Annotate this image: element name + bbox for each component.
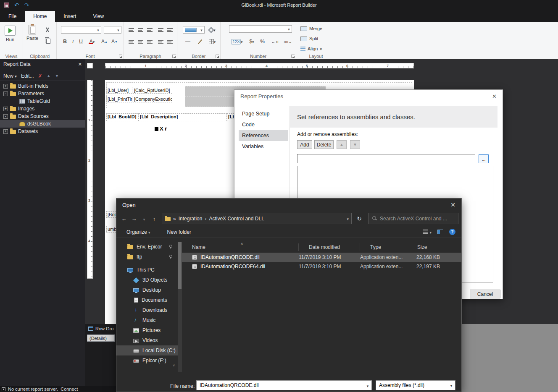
align-middle-button[interactable]	[137, 26, 145, 34]
ribbon-tab[interactable]: Insert	[55, 11, 84, 22]
font-size-select[interactable]	[104, 26, 121, 34]
properties-nav-item[interactable]: Code	[239, 119, 288, 130]
number-dialog-launcher-icon[interactable]	[291, 55, 295, 58]
column-header-date[interactable]: Date modified	[299, 243, 360, 251]
sidebar-item[interactable]: Videos	[116, 335, 178, 345]
percent-button[interactable]: %	[258, 38, 266, 45]
delete-button[interactable]: Delete	[314, 140, 334, 149]
expander-icon[interactable]: +	[3, 107, 8, 111]
move-up-icon[interactable]: ▲	[47, 73, 51, 78]
expander-icon[interactable]: -	[3, 114, 8, 119]
decrease-decimal-button[interactable]	[282, 38, 293, 45]
history-chevron-icon[interactable]	[139, 216, 149, 222]
properties-nav-item[interactable]: Variables	[239, 141, 288, 152]
currency-button[interactable]: $	[247, 38, 257, 45]
tree-item[interactable]: dsGLBook	[0, 120, 85, 128]
number-format-select[interactable]	[229, 25, 292, 33]
ribbon-tab[interactable]: File	[0, 11, 25, 22]
border-color-select[interactable]	[183, 26, 205, 34]
shrink-font-button[interactable]: A▼	[111, 38, 118, 45]
search-box[interactable]	[368, 213, 458, 224]
cell-lbl-description[interactable]: [Lbl_Description]	[139, 113, 227, 121]
browse-button[interactable]: ...	[479, 154, 489, 163]
increase-decimal-button[interactable]	[269, 38, 280, 45]
ribbon-tab[interactable]: Home	[25, 11, 55, 22]
fill-color-button[interactable]	[207, 26, 218, 34]
file-row[interactable]: IDAutomationQRCODE64.dll 11/7/2019 3:10 …	[182, 262, 462, 271]
close-icon[interactable]: ✕	[78, 62, 82, 67]
delete-icon[interactable]: ✗	[38, 73, 42, 79]
details-group-item[interactable]: (Details)	[87, 335, 115, 342]
file-name-combo[interactable]	[196, 380, 372, 390]
tree-item[interactable]: + Images	[0, 105, 85, 112]
ribbon-tab[interactable]: View	[84, 11, 112, 22]
sidebar-item[interactable]: Local Disk (C:)	[116, 345, 178, 355]
number-format-button[interactable]: 123	[229, 38, 245, 45]
align-right-button[interactable]	[146, 38, 154, 45]
sidebar-scroll-chevron-icon[interactable]: ˅	[173, 363, 175, 368]
close-icon[interactable]: ✕	[450, 201, 455, 208]
tree-item[interactable]: - Data Sources	[0, 112, 85, 120]
file-name-input[interactable]	[197, 382, 364, 388]
sidebar-item[interactable]: Epicor (E:)	[116, 355, 178, 366]
font-dialog-launcher-icon[interactable]	[119, 55, 122, 58]
sidebar-item[interactable]: Pictures	[116, 325, 178, 335]
font-family-select[interactable]	[61, 26, 101, 34]
column-header-name[interactable]: Name	[182, 243, 299, 251]
scrollbar-thumb[interactable]	[178, 242, 182, 289]
expander-icon[interactable]: +	[3, 84, 8, 89]
expander-icon[interactable]: -	[3, 91, 8, 96]
column-header-type[interactable]: Type	[360, 243, 407, 251]
align-button[interactable]: Align	[300, 46, 322, 51]
file-row[interactable]: IDAutomationQRCODE.dll 11/7/2019 3:10 PM…	[182, 253, 462, 262]
paragraph-dialog-launcher-icon[interactable]	[172, 55, 176, 58]
organize-button[interactable]: Organize	[126, 229, 150, 235]
sidebar-item[interactable]: This PC	[116, 265, 178, 275]
sidebar-item[interactable]: ftp	[116, 252, 178, 262]
chevron-down-icon[interactable]	[347, 216, 349, 222]
sidebar-item[interactable]: Downloads	[116, 305, 178, 315]
address-bar[interactable]: « Integration › ActiveX Control and DLL	[162, 213, 352, 224]
textbox-calc-rptuserid[interactable]: [Calc_RptUserID]	[133, 87, 172, 94]
merge-button[interactable]: Merge	[300, 26, 322, 31]
file-type-select[interactable]: Assembly files (*.dll)	[376, 380, 455, 390]
properties-nav-item[interactable]: References	[239, 130, 288, 141]
numbered-list-button[interactable]	[166, 38, 174, 45]
sidebar-item[interactable]: Env. Epicor	[116, 242, 178, 252]
decrease-indent-button[interactable]	[157, 26, 165, 34]
add-button[interactable]: Add	[297, 140, 312, 149]
underline-button[interactable]: U	[77, 38, 85, 45]
tree-item[interactable]: - Parameters	[0, 90, 85, 97]
tree-item[interactable]: TableGuid	[0, 97, 85, 105]
sidebar-item[interactable]: Documents	[116, 295, 178, 305]
preview-pane-icon[interactable]	[437, 230, 443, 234]
cell-lbl-bookid[interactable]: [Lbl_BookID]	[106, 113, 139, 121]
textbox-company[interactable]: [CompanyExecutio	[133, 96, 172, 102]
align-top-button[interactable]	[127, 26, 135, 34]
new-button[interactable]: New	[3, 73, 17, 79]
expander-icon[interactable]: +	[3, 129, 8, 134]
increase-indent-button[interactable]	[166, 26, 174, 34]
new-folder-button[interactable]: New folder	[167, 229, 191, 235]
textbox-lbl-user[interactable]: [Lbl_User]	[106, 87, 132, 94]
sidebar-item[interactable]: Music	[116, 315, 178, 325]
column-header-size[interactable]: Size	[407, 243, 443, 251]
font-color-button[interactable]: A	[87, 38, 97, 45]
breadcrumb-collapsed[interactable]: «	[173, 216, 176, 222]
barcode-glyphs[interactable]: X r	[160, 125, 167, 132]
tree-item[interactable]: + Built-in Fields	[0, 82, 85, 90]
border-dialog-launcher-icon[interactable]	[216, 55, 219, 58]
breadcrumb-folder[interactable]: Integration	[179, 216, 203, 222]
move-down-button[interactable]: ▼	[350, 140, 360, 149]
borders-button[interactable]	[207, 38, 218, 45]
sidebar-item[interactable]: 3D Objects	[116, 275, 178, 285]
textbox-lbl-printtime[interactable]: [Lbl_PrintTime]	[106, 96, 132, 102]
paste-button[interactable]: Paste	[26, 25, 38, 41]
move-down-icon[interactable]: ▼	[55, 73, 59, 78]
properties-nav-item[interactable]: Page Setup	[239, 108, 288, 119]
forward-icon[interactable]: →	[129, 216, 139, 222]
tree-item[interactable]: + Datasets	[0, 128, 85, 135]
up-icon[interactable]: ↑	[149, 216, 159, 222]
edit-button[interactable]: Edit...	[21, 73, 34, 79]
run-button[interactable]: Run	[5, 26, 16, 42]
